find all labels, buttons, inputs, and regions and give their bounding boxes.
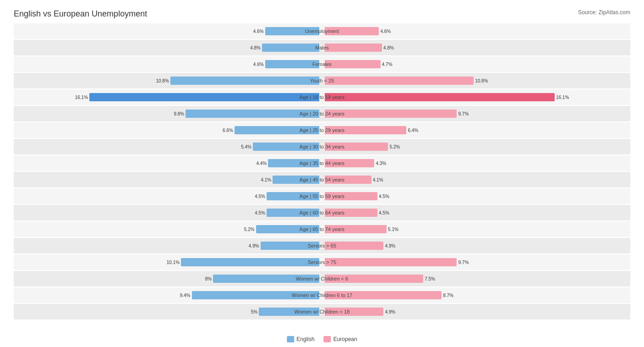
right-side: 4.7% — [322, 59, 630, 69]
row-label: Women w/ Children < 6 — [296, 276, 348, 281]
row-label: Women w/ Children < 18 — [295, 309, 350, 314]
left-value: 4.6% — [253, 29, 264, 34]
bars-wrapper: 4.1% Age | 45 to 54 years 4.1% — [14, 172, 630, 187]
right-value: 6.4% — [408, 128, 418, 133]
right-side: 4.5% — [322, 208, 630, 218]
right-side: 4.3% — [322, 158, 630, 168]
row-label: Age | 25 to 29 years — [300, 127, 344, 133]
chart-row: 6.6% Age | 25 to 29 years 6.4% — [14, 122, 630, 138]
legend-european-icon — [324, 336, 331, 342]
row-label: Males — [315, 45, 328, 50]
left-side: 5% — [14, 307, 322, 317]
row-label: Age | 20 to 24 years — [300, 111, 344, 116]
right-value: 16.1% — [556, 95, 569, 100]
chart-row: 5.4% Age | 30 to 34 years 5.2% — [14, 139, 630, 154]
left-value: 9.8% — [174, 111, 184, 116]
chart-container: English vs European Unemployment Source:… — [0, 0, 644, 347]
bars-wrapper: 4.8% Males 4.8% — [14, 40, 630, 55]
right-side: 7.5% — [322, 274, 630, 284]
left-value: 4.9% — [249, 243, 259, 248]
left-value: 16.1% — [75, 95, 88, 100]
right-side: 8.7% — [322, 290, 630, 300]
legend-english-icon — [287, 336, 294, 342]
bars-wrapper: 4.6% Unemployment 4.6% — [14, 23, 630, 39]
right-side: 9.7% — [322, 109, 630, 119]
left-side: 4.4% — [14, 158, 322, 168]
left-side: 4.9% — [14, 241, 322, 251]
left-side: 8% — [14, 274, 322, 284]
chart-row: 9.4% Women w/ Children 6 to 17 8.7% — [14, 287, 630, 303]
bars-wrapper: 10.8% Youth < 25 10.8% — [14, 73, 630, 88]
bar-european — [325, 60, 381, 68]
left-side: 4.1% — [14, 175, 322, 185]
left-value: 4.5% — [255, 194, 265, 199]
right-side: 5.1% — [322, 224, 630, 234]
right-value: 4.5% — [379, 194, 389, 199]
right-value: 4.3% — [376, 161, 386, 166]
left-side: 4.8% — [14, 43, 322, 53]
right-value: 9.7% — [458, 111, 469, 116]
left-value: 5.4% — [241, 144, 251, 149]
bars-wrapper: 9.4% Women w/ Children 6 to 17 8.7% — [14, 287, 630, 303]
left-value: 10.8% — [156, 78, 169, 83]
bars-wrapper: 4.5% Age | 60 to 64 years 4.5% — [14, 205, 630, 220]
row-label: Age | 60 to 64 years — [300, 210, 344, 215]
row-label: Age | 30 to 34 years — [300, 144, 344, 149]
row-label: Age | 16 to 19 years — [300, 94, 344, 100]
row-label: Age | 45 to 54 years — [300, 177, 344, 182]
chart-row: 4.1% Age | 45 to 54 years 4.1% — [14, 172, 630, 187]
legend: English European — [287, 336, 357, 342]
row-label: Age | 35 to 44 years — [300, 160, 344, 166]
row-label: Youth < 25 — [310, 78, 334, 83]
bars-wrapper: 16.1% Age | 16 to 19 years 16.1% — [14, 89, 630, 105]
left-value: 4.8% — [250, 45, 261, 50]
left-value: 8% — [205, 276, 212, 281]
right-value: 4.9% — [385, 243, 395, 248]
left-side: 5.2% — [14, 224, 322, 234]
right-side: 4.9% — [322, 307, 630, 317]
bar-european — [325, 110, 457, 118]
chart-title: English vs European Unemployment — [14, 9, 630, 19]
chart-row: 9.8% Age | 20 to 24 years 9.7% — [14, 106, 630, 121]
left-value: 10.1% — [167, 260, 180, 265]
left-side: 4.6% — [14, 59, 322, 69]
right-value: 5.2% — [389, 144, 400, 149]
bars-wrapper: 4.9% Seniors > 65 4.9% — [14, 238, 630, 253]
left-side: 6.6% — [14, 125, 322, 135]
left-side: 4.5% — [14, 208, 322, 218]
chart-row: 4.5% Age | 60 to 64 years 4.5% — [14, 205, 630, 220]
right-value: 10.8% — [475, 78, 488, 83]
right-side: 6.4% — [322, 125, 630, 135]
bar-european — [325, 258, 457, 266]
right-value: 4.7% — [382, 62, 393, 67]
bar-european — [325, 93, 555, 101]
right-value: 4.9% — [385, 309, 395, 314]
left-side: 4.5% — [14, 191, 322, 201]
bar-european — [325, 77, 474, 85]
left-side: 10.8% — [14, 76, 322, 86]
bar-english — [265, 60, 319, 68]
bar-english — [181, 258, 319, 266]
bars-wrapper: 9.8% Age | 20 to 24 years 9.7% — [14, 106, 630, 121]
chart-row: 4.8% Males 4.8% — [14, 40, 630, 55]
left-side: 9.4% — [14, 290, 322, 300]
left-value: 6.6% — [223, 128, 233, 133]
right-value: 8.7% — [443, 293, 453, 298]
legend-european: European — [324, 336, 357, 342]
right-side: 16.1% — [322, 92, 630, 102]
right-side: 4.5% — [322, 191, 630, 201]
right-value: 4.1% — [373, 177, 383, 182]
left-value: 4.4% — [256, 161, 267, 166]
bars-wrapper: 5% Women w/ Children < 18 4.9% — [14, 304, 630, 319]
right-value: 4.5% — [379, 210, 389, 215]
right-value: 7.5% — [425, 276, 435, 281]
left-side: 9.8% — [14, 109, 322, 119]
bar-european — [325, 44, 382, 52]
right-side: 5.2% — [322, 142, 630, 152]
bar-english — [170, 77, 319, 85]
chart-row: 4.6% Females 4.7% — [14, 56, 630, 72]
right-value: 4.8% — [383, 45, 394, 50]
chart-row: 4.4% Age | 35 to 44 years 4.3% — [14, 155, 630, 171]
chart-row: 5% Women w/ Children < 18 4.9% — [14, 304, 630, 319]
chart-row: 8% Women w/ Children < 6 7.5% — [14, 271, 630, 286]
